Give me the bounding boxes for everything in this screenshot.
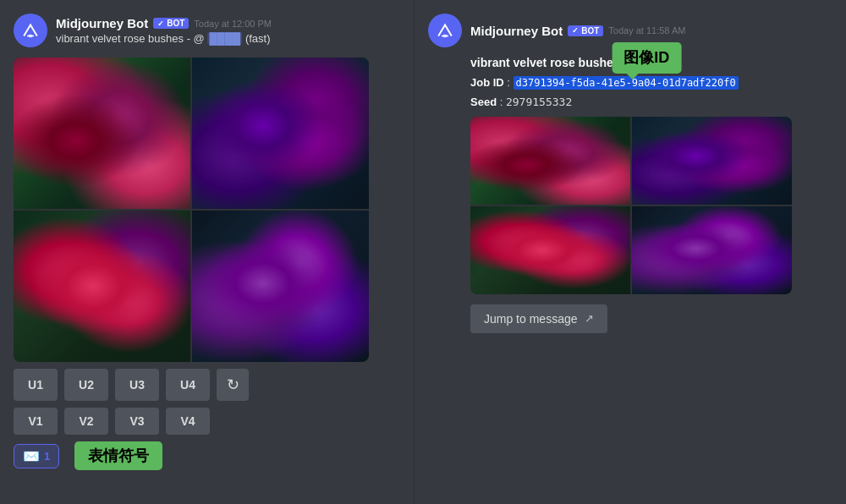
checkmark-icon-right: ✓ — [572, 26, 579, 35]
image-id-annotation-bubble: 图像ID — [612, 42, 681, 74]
reaction-count: 1 — [44, 450, 50, 463]
left-timestamp: Today at 12:00 PM — [194, 19, 272, 29]
jump-to-message-label: Jump to message — [484, 312, 578, 326]
left-message-header: Midjourney Bot ✓ BOT Today at 12:00 PM v… — [14, 14, 404, 47]
left-grid-cell-tl — [14, 58, 190, 209]
job-id-value[interactable]: d3791394-f5da-41e5-9a04-01d7adf220f0 — [514, 76, 739, 90]
right-avatar — [428, 14, 462, 47]
left-msg-meta: Midjourney Bot ✓ BOT Today at 12:00 PM v… — [56, 16, 272, 45]
left-image-grid — [14, 58, 369, 362]
right-job-info: Job ID : 图像ID d3791394-f5da-41e5-9a04-01… — [470, 74, 836, 112]
left-u-buttons-row: U1 U2 U3 U4 ↻ — [14, 369, 404, 401]
midjourney-logo-icon-right — [434, 19, 456, 41]
right-message-panel: Midjourney Bot ✓ BOT Today at 11:58 AM v… — [415, 0, 846, 504]
emoji-annotation-container: 表情符号 — [66, 441, 162, 470]
midjourney-logo-icon — [19, 19, 41, 41]
v3-button[interactable]: V3 — [115, 408, 159, 435]
right-bot-name: Midjourney Bot — [470, 24, 563, 38]
seed-label: Seed — [470, 96, 497, 108]
job-id-annotation-container: 图像ID d3791394-f5da-41e5-9a04-01d7adf220f… — [514, 74, 739, 92]
right-meta-top: Midjourney Bot ✓ BOT Today at 11:58 AM — [470, 24, 685, 38]
left-subtitle: vibrant velvet rose bushes - @ ████ (fas… — [56, 32, 272, 45]
left-bot-name: Midjourney Bot — [56, 16, 148, 30]
right-msg-meta: Midjourney Bot ✓ BOT Today at 11:58 AM — [470, 24, 685, 38]
jump-button-container: Jump to message ↗ — [470, 304, 836, 333]
left-meta-top: Midjourney Bot ✓ BOT Today at 12:00 PM — [56, 16, 272, 30]
left-reaction-row: ✉️ 1 表情符号 — [14, 441, 404, 470]
right-grid-cell-tr — [632, 117, 792, 205]
emoji-reaction-badge[interactable]: ✉️ 1 — [14, 444, 59, 468]
svg-point-0 — [28, 35, 32, 38]
seed-value: 2979155332 — [506, 96, 572, 108]
job-id-label: Job ID — [470, 76, 504, 89]
v2-button[interactable]: V2 — [64, 408, 108, 435]
right-image-grid — [470, 117, 792, 294]
right-timestamp: Today at 11:58 AM — [608, 25, 685, 36]
left-v-buttons-row: V1 V2 V3 V4 — [14, 408, 404, 435]
left-avatar — [14, 14, 47, 47]
checkmark-icon: ✓ — [157, 19, 164, 28]
right-grid-cell-bl — [470, 206, 630, 294]
jump-icon: ↗ — [585, 312, 594, 325]
right-bot-badge: ✓ BOT — [568, 25, 603, 36]
reaction-emoji-icon: ✉️ — [23, 448, 40, 464]
seed-line: Seed : 2979155332 — [470, 94, 836, 112]
jump-to-message-button[interactable]: Jump to message ↗ — [470, 304, 607, 333]
svg-point-1 — [442, 35, 447, 38]
v4-button[interactable]: V4 — [166, 408, 210, 435]
left-grid-cell-tr — [192, 58, 369, 209]
u4-button[interactable]: U4 — [166, 369, 210, 401]
left-message-panel: Midjourney Bot ✓ BOT Today at 12:00 PM v… — [0, 0, 415, 504]
v1-button[interactable]: V1 — [14, 408, 58, 435]
left-bot-badge: ✓ BOT — [153, 18, 189, 29]
right-grid-cell-tl — [470, 117, 630, 205]
u1-button[interactable]: U1 — [14, 369, 58, 401]
left-grid-cell-br — [192, 211, 369, 362]
left-grid-cell-bl — [14, 211, 190, 362]
left-fast-tag: (fast) — [245, 32, 271, 45]
right-grid-cell-br — [632, 206, 792, 294]
left-mention: ████ — [207, 32, 242, 45]
u2-button[interactable]: U2 — [64, 369, 108, 401]
emoji-annotation-label: 表情符号 — [74, 441, 162, 470]
refresh-button[interactable]: ↻ — [217, 369, 249, 401]
refresh-icon: ↻ — [227, 375, 239, 394]
job-id-line: Job ID : 图像ID d3791394-f5da-41e5-9a04-01… — [470, 74, 836, 92]
u3-button[interactable]: U3 — [115, 369, 159, 401]
